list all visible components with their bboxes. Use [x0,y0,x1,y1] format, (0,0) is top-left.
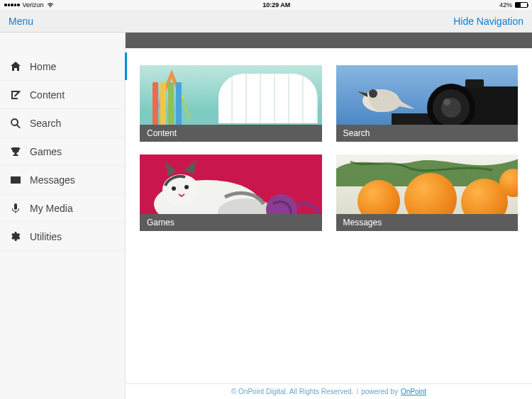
sidebar-item-messages[interactable]: Messages [0,166,125,194]
main-panel: Content [126,33,532,399]
tile-games[interactable]: Games [140,154,322,231]
sidebar-item-label: Home [30,61,56,72]
footer: © OnPoint Digital. All Rights Reserved. … [126,383,532,399]
gear-icon [10,231,21,242]
svg-point-1 [369,89,377,98]
sidebar-item-games[interactable]: Games [0,137,125,166]
tile-content[interactable]: Content [140,65,322,142]
sidebar-item-label: Games [30,146,62,157]
tile-caption: Content [140,125,322,142]
sidebar-item-label: Messages [30,174,75,186]
sidebar-item-label: Content [30,89,65,101]
copyright-text: © OnPoint Digital. All Rights Reserved. [231,388,353,395]
status-left: Verizon [4,1,54,9]
brand-link[interactable]: OnPoint [401,388,426,395]
home-icon [10,61,21,72]
header-strip [126,33,532,48]
tile-caption: Messages [336,214,519,231]
svg-point-7 [443,99,450,106]
svg-point-11 [172,186,176,191]
sidebar-item-content[interactable]: Content [0,81,125,109]
pencils-graphic [153,82,182,125]
tile-caption: Games [140,214,322,231]
tile-messages[interactable]: Messages [336,154,519,231]
status-right: 42% [499,1,528,9]
sidebar-item-my-media[interactable]: My Media [0,194,125,223]
nav-bar: Menu Hide Navigation [0,10,532,33]
wifi-icon [47,2,54,8]
tile-caption: Search [336,125,519,142]
status-time: 10:29 AM [54,1,499,9]
battery-pct: 42% [499,1,512,9]
sidebar-item-label: Utilities [30,231,62,242]
trophy-icon [10,146,21,157]
signal-icon [4,4,20,6]
sidebar: Home Content Search Games Messages My Me… [0,33,126,399]
powered-by-text: powered by [361,388,398,395]
svg-point-12 [184,185,189,189]
sidebar-item-home[interactable]: Home [0,52,125,81]
sidebar-item-label: My Media [30,203,73,214]
carrier-label: Verizon [23,1,44,9]
envelope-icon [10,174,21,186]
hide-navigation-button[interactable]: Hide Navigation [453,16,523,27]
svg-rect-8 [465,79,484,88]
battery-icon [515,2,528,8]
mic-icon [10,203,21,214]
edit-icon [10,89,21,101]
sidebar-item-search[interactable]: Search [0,109,125,137]
tiles-grid: Content [126,48,532,248]
tile-search[interactable]: Search [336,65,519,142]
footer-separator: I [356,388,358,395]
sidebar-item-utilities[interactable]: Utilities [0,223,125,251]
svg-point-10 [162,174,199,206]
status-bar: Verizon 10:29 AM 42% [0,0,532,10]
search-icon [10,118,21,129]
menu-button[interactable]: Menu [9,16,33,27]
sidebar-item-label: Search [30,118,61,129]
